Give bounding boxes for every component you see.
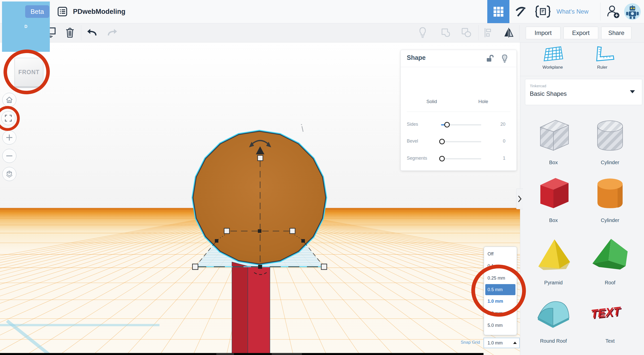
- ungroup-icon: [461, 27, 472, 38]
- shape-tile-cylinder-hole[interactable]: Cylinder: [586, 115, 634, 165]
- header-divider: [600, 3, 600, 21]
- snap-grid-select[interactable]: 1.0 mm: [484, 338, 520, 348]
- perspective-toggle-button[interactable]: [2, 167, 16, 181]
- perspective-cube-icon: [5, 170, 14, 178]
- sidebar-divider: [520, 76, 644, 76]
- whats-new-link[interactable]: What's New: [556, 0, 588, 23]
- scale-handle-front-left[interactable]: [192, 264, 198, 270]
- snap-option-2-0[interactable]: 2.0 mm: [484, 307, 517, 319]
- bevel-slider[interactable]: [441, 141, 481, 142]
- beta-badge[interactable]: Beta: [25, 5, 49, 18]
- hole-label: Hole: [466, 99, 501, 104]
- edge-handle-left[interactable]: [215, 239, 218, 243]
- add-person-icon: [606, 4, 620, 19]
- group-button[interactable]: [440, 27, 452, 38]
- sides-slider-handle[interactable]: [444, 122, 450, 127]
- document-title[interactable]: PDwebModeling: [73, 0, 126, 23]
- chevron-up-icon: [513, 342, 517, 344]
- slider-value: 1: [489, 156, 505, 161]
- shape-tile-box[interactable]: Box: [530, 173, 577, 223]
- lightbulb-icon: [417, 27, 428, 38]
- solid-label: Solid: [414, 99, 449, 104]
- scale-handle-front-right[interactable]: [321, 264, 327, 270]
- import-button[interactable]: Import: [526, 27, 560, 39]
- sides-slider-row: Sides 20: [401, 121, 516, 128]
- red-box-shape[interactable]: [232, 262, 270, 355]
- home-icon: [6, 96, 13, 104]
- shape-tile-pyramid[interactable]: Pyramid: [530, 235, 577, 286]
- edge-handle-right[interactable]: [301, 239, 305, 243]
- shape-tile-round-roof[interactable]: Round Roof: [530, 294, 577, 344]
- shape-library-dropdown[interactable]: Tinkercad Basic Shapes: [525, 79, 642, 105]
- dashboard-button[interactable]: [487, 0, 509, 23]
- minecraft-pickaxe-button[interactable]: [513, 0, 528, 23]
- align-icon: [482, 27, 494, 38]
- mirror-flip-icon: [503, 27, 514, 38]
- scale-handle-mid-left[interactable]: [224, 228, 229, 234]
- snap-option-5-0[interactable]: 5.0 mm: [484, 319, 517, 331]
- fit-view-button[interactable]: [1, 111, 15, 125]
- shape-tile-text[interactable]: TEXT TEXT Text: [586, 294, 634, 344]
- mirror-button[interactable]: [503, 27, 514, 38]
- segments-slider[interactable]: [441, 158, 481, 159]
- redo-icon: [106, 27, 118, 38]
- zoom-out-button[interactable]: [2, 149, 16, 163]
- pickaxe-icon: [514, 5, 527, 18]
- workplane-icon: [537, 46, 569, 63]
- snap-option-off[interactable]: Off: [484, 248, 517, 260]
- scale-handle-mid-right[interactable]: [290, 228, 295, 234]
- view-cube-front[interactable]: FRONT: [15, 58, 43, 86]
- toolbar-divider: [519, 25, 519, 40]
- delete-button[interactable]: [64, 27, 76, 38]
- edge-handle-front[interactable]: [258, 265, 262, 269]
- export-button[interactable]: Export: [564, 27, 598, 39]
- shape-tile-roof[interactable]: Roof: [586, 235, 634, 286]
- slider-value: 20: [489, 122, 505, 127]
- slider-label: Bevel: [407, 139, 418, 144]
- height-handle[interactable]: [258, 155, 263, 161]
- minus-icon: [6, 152, 13, 160]
- lock-toggle-button[interactable]: [486, 54, 494, 63]
- library-kicker: Tinkercad: [530, 84, 546, 88]
- fit-view-icon: [5, 114, 12, 122]
- orange-cylinder-icon: [590, 173, 630, 213]
- snap-option-0-5[interactable]: 0.5 mm: [485, 284, 515, 295]
- snap-option-0-1[interactable]: 0.1 mm: [484, 260, 517, 272]
- code-braces-icon: [535, 5, 551, 18]
- ruler-label: Ruler: [582, 65, 622, 70]
- align-button[interactable]: [482, 27, 494, 38]
- home-view-button[interactable]: [2, 93, 16, 107]
- slider-value: 0: [489, 139, 505, 144]
- zoom-in-button[interactable]: [2, 130, 16, 145]
- chevron-right-icon: [518, 195, 522, 203]
- shape-tile-box-hole[interactable]: Box: [530, 115, 577, 165]
- red-text-icon: TEXT TEXT: [589, 294, 631, 334]
- redo-button[interactable]: [106, 27, 118, 38]
- tinkercad-app: FRONT T I N K: [0, 0, 644, 355]
- shape-panel-header: Shape: [401, 50, 516, 67]
- workplane-tool[interactable]: [537, 46, 569, 63]
- bottom-status-strip: [0, 353, 484, 355]
- robot-avatar-icon: [624, 3, 641, 20]
- show-all-button[interactable]: [417, 27, 428, 38]
- bevel-slider-handle[interactable]: [439, 139, 445, 144]
- ruler-tool[interactable]: [593, 46, 616, 63]
- sides-slider[interactable]: [441, 124, 481, 125]
- slider-label: Segments: [407, 156, 427, 161]
- tinkercad-logo[interactable]: T I N K E R C A D: [2, 2, 23, 22]
- ungroup-button[interactable]: [461, 27, 472, 38]
- center-handle[interactable]: [258, 229, 261, 233]
- document-list-icon[interactable]: [57, 7, 67, 17]
- user-avatar[interactable]: [624, 3, 641, 20]
- share-button[interactable]: Share: [601, 27, 631, 39]
- undo-button[interactable]: [86, 27, 98, 38]
- segments-slider-handle[interactable]: [439, 156, 445, 161]
- codeblocks-button[interactable]: [534, 0, 551, 23]
- invite-user-button[interactable]: [605, 0, 621, 23]
- sidebar-collapse-handle[interactable]: [516, 189, 523, 209]
- snap-option-1-0[interactable]: 1.0 mm: [484, 295, 517, 307]
- trash-icon: [64, 27, 75, 38]
- snap-option-0-25[interactable]: 0.25 mm: [484, 272, 517, 284]
- shape-tile-cylinder[interactable]: Cylinder: [586, 173, 634, 223]
- visibility-toggle-button[interactable]: [501, 54, 509, 63]
